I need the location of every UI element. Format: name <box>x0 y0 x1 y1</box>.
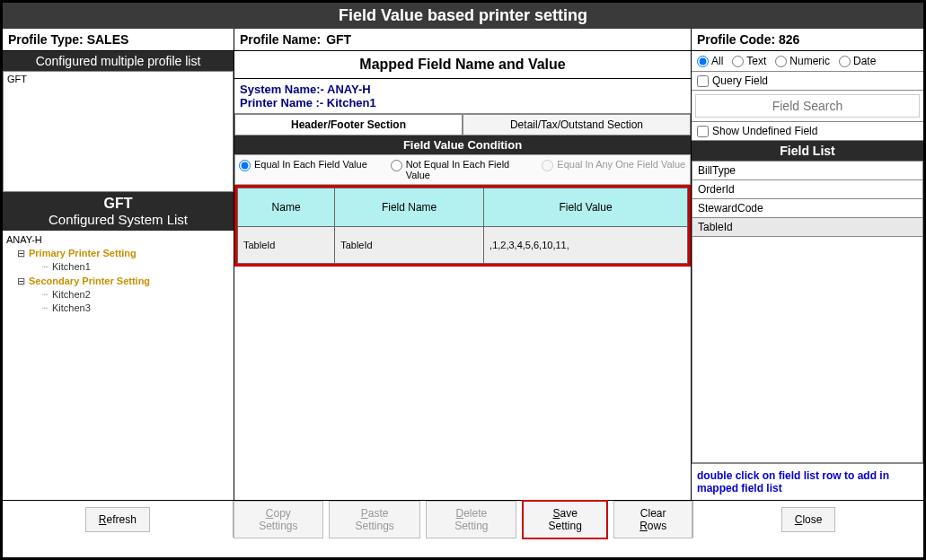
tree-leaf[interactable]: Kitchen2 <box>42 289 230 301</box>
profile-type: Profile Type: SALES <box>3 29 234 50</box>
filter-numeric[interactable]: Numeric <box>775 55 830 67</box>
field-row[interactable]: OrderId <box>692 180 922 199</box>
middle-column: Mapped Field Name and Value System Name:… <box>234 51 692 500</box>
profile-list[interactable]: GFT <box>3 71 234 192</box>
profile-name-label: Profile Name: <box>240 32 321 47</box>
undefined-checkbox[interactable] <box>697 126 709 137</box>
field-list-header: Field List <box>692 141 923 161</box>
filter-date[interactable]: Date <box>839 55 876 67</box>
system-name-label: System Name:- <box>240 83 324 96</box>
refresh-button[interactable]: Refresh <box>85 507 150 532</box>
query-field-label: Query Field <box>712 74 768 87</box>
field-row[interactable]: StewardCode <box>692 199 922 218</box>
system-name-value: ANAY-H <box>327 83 371 96</box>
section-tabs: Header/Footer Section Detail/Tax/Outstan… <box>234 114 691 136</box>
printer-name-label: Printer Name :- <box>240 96 323 109</box>
grid-cell-fieldvalue[interactable]: ,1,2,3,4,5,6,10,11, <box>484 227 688 264</box>
window: Field Value based printer setting Profil… <box>0 0 926 560</box>
profile-code-label: Profile Code: <box>697 32 775 47</box>
grid-cell-name[interactable]: TableId <box>238 227 335 264</box>
type-filter-row: All Text Numeric Date <box>692 51 923 72</box>
tree-leaf[interactable]: Kitchen1 <box>42 261 230 273</box>
radio-not-equal-input[interactable] <box>391 160 402 171</box>
field-list[interactable]: BillType OrderId StewardCode TableId <box>692 161 923 463</box>
grid-col-fieldvalue: Field Value <box>484 188 688 227</box>
grid-col-name: Name <box>238 188 335 227</box>
system-tree[interactable]: ANAY-H Primary Printer Setting Kitchen1 … <box>3 231 234 500</box>
profile-type-value: SALES <box>87 32 129 47</box>
copy-settings-button[interactable]: Copy Settings <box>234 501 323 538</box>
grid-col-fieldname: Field Name <box>335 188 484 227</box>
profile-code: Profile Code: 826 <box>692 29 923 50</box>
filter-all-label: All <box>711 55 723 67</box>
radio-any-one[interactable]: Equal In Any One Field Value <box>538 155 690 184</box>
mapped-grid[interactable]: Name Field Name Field Value TableId Tabl… <box>237 188 688 264</box>
condition-radios: Equal In Each Field Value Not Equal In E… <box>234 154 691 185</box>
query-field-checkbox[interactable] <box>697 75 709 87</box>
btn-cell-close: Close <box>693 501 923 538</box>
close-button[interactable]: Close <box>781 507 836 532</box>
profile-info-row: Profile Type: SALES Profile Name: GFT Pr… <box>3 29 923 51</box>
filter-date-label: Date <box>853 55 876 67</box>
clear-rows-button[interactable]: Clear Rows <box>613 501 692 538</box>
undefined-row[interactable]: Show Undefined Field <box>692 122 923 141</box>
tree-primary-label: Primary Printer Setting <box>29 248 137 258</box>
printer-name-value: Kitchen1 <box>327 96 376 109</box>
filter-numeric-input[interactable] <box>775 56 787 67</box>
tab-detail-tax[interactable]: Detail/Tax/Outstand Section <box>463 114 691 136</box>
tree-secondary-group[interactable]: Secondary Printer Setting <box>17 276 230 287</box>
delete-setting-button[interactable]: Delete Setting <box>426 501 516 538</box>
radio-equal-label: Equal In Each Field Value <box>254 159 367 170</box>
system-info: System Name:- ANAY-H Printer Name :- Kit… <box>234 79 691 114</box>
filter-text-label: Text <box>746 55 766 67</box>
profile-type-label: Profile Type: <box>8 32 84 47</box>
grid-row[interactable]: TableId TableId ,1,2,3,4,5,6,10,11, <box>238 227 688 264</box>
condition-header: Field Value Condition <box>234 136 691 154</box>
right-column: All Text Numeric Date Query Field Show U… <box>692 51 923 500</box>
filter-text[interactable]: Text <box>732 55 766 67</box>
mapped-header: Mapped Field Name and Value <box>234 51 691 79</box>
system-list-line1: GFT <box>3 196 234 212</box>
left-column: Configured multiple profile list GFT GFT… <box>3 51 234 500</box>
radio-any-one-label: Equal In Any One Field Value <box>557 159 685 170</box>
filter-date-input[interactable] <box>839 56 851 67</box>
tree-primary-group[interactable]: Primary Printer Setting <box>17 248 230 259</box>
btn-cell-refresh: Refresh <box>3 501 234 538</box>
profile-list-header: Configured multiple profile list <box>3 51 234 71</box>
radio-not-equal[interactable]: Not Equal In Each Field Value <box>387 155 539 184</box>
button-bar: Refresh Copy Settings Paste Settings Del… <box>3 500 923 538</box>
profile-list-item[interactable]: GFT <box>7 74 229 84</box>
btn-cell-middle: Copy Settings Paste Settings Delete Sett… <box>234 501 694 538</box>
tree-secondary-label: Secondary Printer Setting <box>29 276 150 286</box>
field-row[interactable]: BillType <box>692 162 922 180</box>
grid-cell-fieldname[interactable]: TableId <box>335 227 484 264</box>
field-row[interactable]: TableId <box>692 218 922 237</box>
system-list-line2: Configured System List <box>3 212 234 227</box>
save-setting-button[interactable]: Save Setting <box>522 500 608 539</box>
undefined-label: Show Undefined Field <box>712 125 817 137</box>
paste-settings-button[interactable]: Paste Settings <box>329 501 421 538</box>
filter-numeric-label: Numeric <box>789 55 830 67</box>
grid-empty-area <box>234 267 691 500</box>
radio-any-one-input[interactable] <box>542 160 553 171</box>
tree-root[interactable]: ANAY-H <box>6 234 230 245</box>
main-row: Configured multiple profile list GFT GFT… <box>3 51 923 500</box>
tab-header-footer[interactable]: Header/Footer Section <box>234 114 463 136</box>
profile-name-value: GFT <box>326 32 351 47</box>
profile-name: Profile Name: GFT <box>234 29 692 50</box>
query-field-row[interactable]: Query Field <box>692 72 923 91</box>
search-box <box>692 91 923 122</box>
radio-equal-input[interactable] <box>239 160 251 171</box>
filter-all[interactable]: All <box>697 55 723 67</box>
field-list-hint: double click on field list row to add in… <box>692 463 923 500</box>
mapped-grid-wrap: Name Field Name Field Value TableId Tabl… <box>234 185 691 267</box>
system-list-header: GFT Configured System List <box>3 192 234 231</box>
search-input[interactable] <box>695 94 920 118</box>
radio-equal[interactable]: Equal In Each Field Value <box>235 155 387 184</box>
filter-text-input[interactable] <box>732 56 744 67</box>
profile-code-value: 826 <box>779 32 799 47</box>
title-bar: Field Value based printer setting <box>3 3 923 29</box>
filter-all-input[interactable] <box>697 56 709 67</box>
radio-not-equal-label: Not Equal In Each Field Value <box>406 159 535 180</box>
tree-leaf[interactable]: Kitchen3 <box>42 302 230 314</box>
